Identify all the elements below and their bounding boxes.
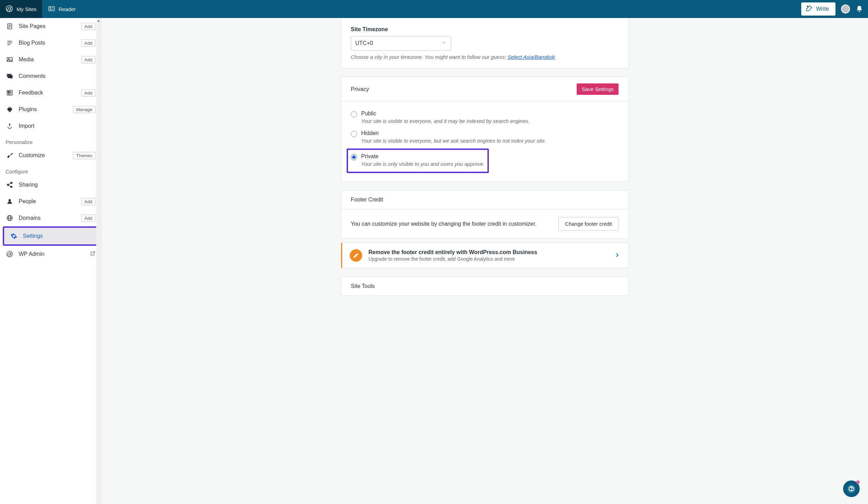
help-button[interactable] xyxy=(843,480,860,497)
sidebar-item-label: Import xyxy=(19,123,95,129)
reader-icon xyxy=(48,5,55,14)
upsell-text: Remove the footer credit entirely with W… xyxy=(368,249,537,262)
timezone-select[interactable]: UTC+0 xyxy=(351,36,451,51)
import-icon xyxy=(6,122,14,130)
topbar-right: Write xyxy=(801,2,868,16)
business-upsell[interactable]: Remove the footer credit entirely with W… xyxy=(341,243,628,268)
footer-credit-header: Footer Credit xyxy=(341,190,628,209)
add-button[interactable]: Add xyxy=(81,198,95,205)
globe-icon xyxy=(6,214,14,222)
sidebar-item-settings[interactable]: Settings xyxy=(4,228,98,244)
write-icon xyxy=(806,5,813,13)
timezone-suggestion-link[interactable]: Select Asia/Bangkok xyxy=(508,54,555,60)
sidebar-section-personalize: Personalize xyxy=(0,134,101,147)
sidebar-item-customize[interactable]: Customize Themes xyxy=(0,147,101,164)
save-settings-button[interactable]: Save Settings xyxy=(577,83,619,95)
reader-nav[interactable]: Reader xyxy=(42,0,81,18)
privacy-option-public[interactable]: Public Your site is visible to everyone,… xyxy=(351,109,619,129)
pencil-icon xyxy=(350,249,362,262)
sidebar-item-feedback[interactable]: Feedback Add xyxy=(0,84,101,101)
sidebar-item-site-pages[interactable]: Site Pages Add xyxy=(0,18,101,35)
sidebar-item-label: Settings xyxy=(23,233,93,239)
radio-label: Public xyxy=(361,110,619,117)
sidebar-item-wp-admin[interactable]: WP Admin xyxy=(0,246,101,262)
privacy-card: Privacy Save Settings Public Your site i… xyxy=(341,77,629,182)
timezone-helper: Choose a city in your timezone. You migh… xyxy=(351,54,619,60)
radio-label: Private xyxy=(361,153,485,160)
radio-input[interactable] xyxy=(351,154,357,160)
scroll-up-icon[interactable]: ▲ xyxy=(96,18,101,23)
add-button[interactable]: Add xyxy=(81,39,95,47)
add-button[interactable]: Add xyxy=(81,89,95,97)
radio-content: Hidden Your site is visible to everyone,… xyxy=(361,130,619,147)
sidebar-item-domains[interactable]: Domains Add xyxy=(0,210,101,226)
chevron-down-icon xyxy=(441,40,447,47)
people-icon xyxy=(6,197,14,206)
add-button[interactable]: Add xyxy=(81,56,95,63)
sidebar-item-label: Site Pages xyxy=(19,23,81,29)
customize-icon xyxy=(6,151,14,160)
svg-point-27 xyxy=(9,199,11,201)
settings-highlight: Settings xyxy=(3,226,100,246)
share-icon xyxy=(6,181,14,189)
posts-icon xyxy=(6,39,14,47)
radio-label: Hidden xyxy=(361,130,619,136)
sidebar-item-comments[interactable]: Comments xyxy=(0,68,101,84)
write-label: Write xyxy=(816,6,829,12)
topbar-left: My Sites Reader xyxy=(0,0,81,18)
upsell-card: Remove the footer credit entirely with W… xyxy=(341,243,629,268)
chevron-right-icon xyxy=(614,252,621,260)
svg-point-6 xyxy=(859,11,860,12)
my-sites-nav[interactable]: My Sites xyxy=(0,0,42,18)
sidebar-item-plugins[interactable]: Plugins Manage xyxy=(0,101,101,118)
sidebar-item-sharing[interactable]: Sharing xyxy=(0,177,101,193)
sidebar-item-blog-posts[interactable]: Blog Posts Add xyxy=(0,35,101,51)
footer-credit-card: Footer Credit You can customize your web… xyxy=(341,190,629,238)
sidebar-item-people[interactable]: People Add xyxy=(0,193,101,210)
svg-rect-1 xyxy=(48,6,54,11)
radio-dot xyxy=(352,155,356,159)
sidebar-item-import[interactable]: Import xyxy=(0,118,101,134)
add-button[interactable]: Add xyxy=(81,215,95,222)
radio-content: Private Your site is only visible to you… xyxy=(361,153,485,170)
radio-input[interactable] xyxy=(351,111,357,117)
sidebar-item-label: Plugins xyxy=(19,106,73,112)
timezone-card: Site Timezone UTC+0 Choose a city in you… xyxy=(341,18,629,69)
sidebar-item-media[interactable]: Media Add xyxy=(0,51,101,68)
sidebar-item-label: Customize xyxy=(19,152,73,159)
sidebar-item-label: Blog Posts xyxy=(19,40,81,46)
site-tools-card: Site Tools xyxy=(341,277,629,296)
write-button[interactable]: Write xyxy=(801,2,835,16)
svg-line-25 xyxy=(9,183,11,184)
privacy-option-hidden[interactable]: Hidden Your site is visible to everyone,… xyxy=(351,129,619,148)
media-icon xyxy=(6,55,14,64)
timezone-label: Site Timezone xyxy=(351,26,619,33)
private-highlight: Private Your site is only visible to you… xyxy=(347,148,489,173)
site-tools-title: Site Tools xyxy=(351,283,375,289)
external-link-icon xyxy=(90,251,95,258)
radio-desc: Your site is only visible to you and use… xyxy=(361,161,485,167)
sidebar-item-label: Sharing xyxy=(19,182,95,188)
feedback-icon xyxy=(6,89,14,97)
upsell-title: Remove the footer credit entirely with W… xyxy=(368,249,537,255)
avatar[interactable] xyxy=(841,4,850,14)
privacy-header: Privacy Save Settings xyxy=(341,77,628,101)
comments-icon xyxy=(6,72,14,80)
radio-desc: Your site is visible to everyone, but we… xyxy=(361,138,619,144)
sidebar-scrollbar[interactable]: ▲ xyxy=(96,18,101,504)
wordpress-icon xyxy=(6,250,14,258)
radio-input[interactable] xyxy=(351,131,357,137)
plugin-icon xyxy=(6,105,14,114)
change-footer-credit-button[interactable]: Change footer credit xyxy=(558,217,619,231)
add-button[interactable]: Add xyxy=(81,23,95,30)
radio-desc: Your site is visible to everyone, and it… xyxy=(361,118,619,124)
page-icon xyxy=(6,22,14,30)
timezone-body: Site Timezone UTC+0 Choose a city in you… xyxy=(341,18,628,68)
privacy-option-private[interactable]: Private Your site is only visible to you… xyxy=(351,152,485,172)
content-inner: Site Timezone UTC+0 Choose a city in you… xyxy=(341,18,629,504)
svg-rect-2 xyxy=(49,7,51,8)
topbar: My Sites Reader Write xyxy=(0,0,868,18)
notifications-icon[interactable] xyxy=(856,5,863,13)
manage-button[interactable]: Manage xyxy=(73,106,95,113)
themes-button[interactable]: Themes xyxy=(73,152,95,159)
